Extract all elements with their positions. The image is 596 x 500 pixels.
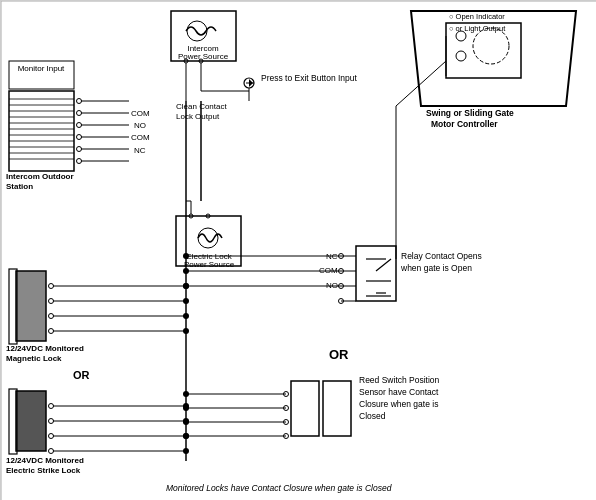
svg-rect-76	[16, 391, 46, 451]
svg-text:Reed Switch Position: Reed Switch Position	[359, 375, 440, 385]
svg-text:Lock Output: Lock Output	[176, 112, 220, 121]
svg-text:Power Source: Power Source	[184, 260, 235, 269]
svg-point-139	[183, 391, 189, 397]
svg-text:12/24VDC Monitored: 12/24VDC Monitored	[6, 344, 84, 353]
svg-text:Clean Contact: Clean Contact	[176, 102, 227, 111]
svg-text:Power Source: Power Source	[178, 52, 229, 61]
svg-text:COM: COM	[131, 109, 150, 118]
svg-point-120	[183, 253, 189, 259]
svg-text:COM: COM	[131, 133, 150, 142]
svg-point-140	[183, 405, 189, 411]
svg-point-142	[183, 433, 189, 439]
svg-rect-59	[16, 271, 46, 341]
svg-text:Monitor Input: Monitor Input	[18, 64, 65, 73]
svg-text:Electric Strike Lock: Electric Strike Lock	[6, 466, 81, 475]
svg-point-72	[183, 328, 189, 334]
svg-text:Magnetic Lock: Magnetic Lock	[6, 354, 62, 363]
svg-text:Sensor have Contact: Sensor have Contact	[359, 387, 439, 397]
svg-text:○ or Light Output: ○ or Light Output	[449, 24, 506, 33]
svg-point-71	[183, 313, 189, 319]
svg-point-70	[183, 298, 189, 304]
svg-text:Swing or Sliding Gate: Swing or Sliding Gate	[426, 108, 514, 118]
wiring-diagram: Monitor Input COM NO COM NC Intercom Out…	[0, 0, 596, 500]
svg-text:when gate is Open: when gate is Open	[400, 263, 472, 273]
svg-point-89	[183, 448, 189, 454]
svg-text:Intercom Outdoor: Intercom Outdoor	[6, 172, 74, 181]
svg-text:OR: OR	[73, 369, 90, 381]
svg-text:Monitored Locks have Contact C: Monitored Locks have Contact Closure whe…	[166, 483, 392, 493]
svg-text:○ Open Indicator: ○ Open Indicator	[449, 12, 505, 21]
svg-text:NC: NC	[134, 146, 146, 155]
svg-point-141	[183, 419, 189, 425]
svg-point-121	[183, 268, 189, 274]
svg-text:OR: OR	[329, 347, 349, 362]
svg-text:12/24VDC Monitored: 12/24VDC Monitored	[6, 456, 84, 465]
svg-text:Press to Exit Button Input: Press to Exit Button Input	[261, 73, 358, 83]
svg-text:Closure when gate is: Closure when gate is	[359, 399, 438, 409]
svg-text:Motor Controller: Motor Controller	[431, 119, 498, 129]
svg-text:Station: Station	[6, 182, 33, 191]
svg-text:Closed: Closed	[359, 411, 386, 421]
svg-text:Relay Contact Opens: Relay Contact Opens	[401, 251, 482, 261]
svg-point-122	[183, 283, 189, 289]
svg-text:NO: NO	[134, 121, 146, 130]
